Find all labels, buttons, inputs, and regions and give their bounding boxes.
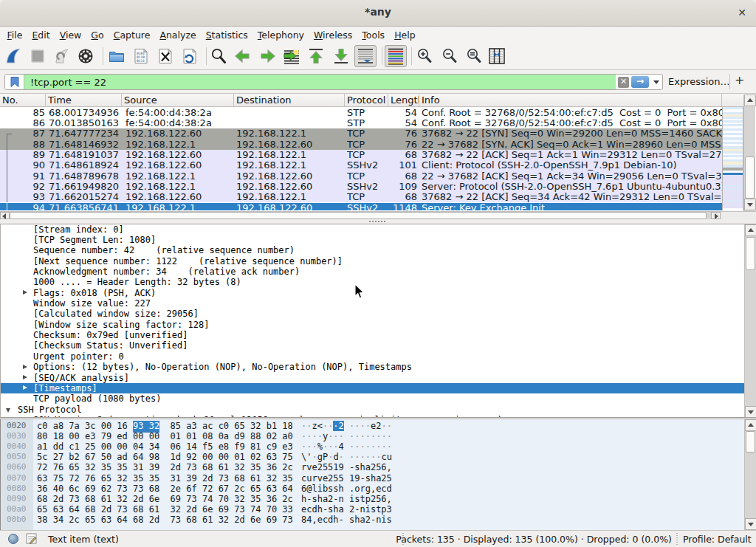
expand-icon[interactable] <box>23 290 27 295</box>
restart-capture-button[interactable] <box>53 47 71 65</box>
scroll-down-button[interactable] <box>745 406 756 418</box>
filter-bookmark-button[interactable] <box>5 75 24 89</box>
expand-icon[interactable] <box>23 385 27 390</box>
hex-bytes[interactable]: 68 2d 73 68 61 32 2d 6e 69 73 74 70 32 3… <box>37 494 293 504</box>
expand-icon[interactable] <box>23 417 27 418</box>
go-back-button[interactable] <box>234 47 252 65</box>
zoom-normal-button[interactable] <box>465 47 483 65</box>
capture-options-button[interactable] <box>77 47 94 65</box>
detail-line[interactable]: [Next sequence number: 1122 (relative se… <box>1 256 745 266</box>
filter-dropdown-caret[interactable] <box>653 80 659 84</box>
find-packet-button[interactable] <box>210 47 227 65</box>
detail-line[interactable]: Acknowledgment number: 34 (relative ack … <box>1 266 745 277</box>
hex-row-0020[interactable]: 0020c0 a8 7a 3c 00 16 93 32 85 a3 ac c0 … <box>1 421 745 431</box>
packet-row-91[interactable]: 9171.648789678192.168.122.1192.168.122.6… <box>0 171 722 182</box>
menu-telephony[interactable]: Telephony <box>252 28 309 42</box>
packet-row-85[interactable]: 8568.001734936fe:54:00:d4:38:2aSTP54Conf… <box>0 108 722 118</box>
expand-icon[interactable] <box>23 375 27 379</box>
go-last-button[interactable] <box>332 47 350 65</box>
scroll-left-button[interactable] <box>0 212 10 219</box>
packet-list-vscrollbar[interactable] <box>743 94 755 211</box>
display-filter-field[interactable]: !tcp.port == 22 ✕ → <box>4 74 663 90</box>
hex-bytes[interactable]: 80 18 00 e3 79 ed 00 00 01 01 08 0a d9 8… <box>37 431 293 441</box>
hex-row-0030[interactable]: 003080 18 00 e3 79 ed 00 00 01 01 08 0a … <box>1 431 745 441</box>
hex-bytes[interactable]: 36 40 6c 69 62 73 73 68 2e 6f 72 67 2c 6… <box>37 484 293 494</box>
filter-clear-button[interactable]: ✕ <box>618 77 629 88</box>
scroll-up-icon[interactable] <box>748 423 754 427</box>
hex-vscroll-thumb[interactable] <box>746 431 755 453</box>
hex-bytes[interactable]: 63 75 72 76 65 32 35 35 31 39 2d 73 68 6… <box>37 473 293 484</box>
menu-file[interactable]: File <box>2 28 27 42</box>
packet-list-hscrollbar[interactable] <box>0 211 721 219</box>
save-file-button[interactable]: 010101100111 <box>132 47 150 65</box>
scroll-down-button[interactable] <box>745 518 756 530</box>
packet-row-94[interactable]: 9471.663856741192.168.122.1192.168.122.6… <box>0 203 722 211</box>
open-file-button[interactable] <box>108 47 126 65</box>
scroll-up-button[interactable] <box>744 94 756 106</box>
hex-ascii[interactable]: ecdh-sha 2-nistp3 <box>301 504 392 515</box>
title-bar[interactable]: *any ✕ <box>0 0 756 27</box>
scroll-down-icon[interactable] <box>748 410 754 414</box>
column-header-proto[interactable]: Protocol <box>345 94 388 107</box>
hex-row-0040[interactable]: 0040a1 dd c1 25 00 00 04 34 06 14 f5 e8 … <box>1 441 745 452</box>
hex-ascii[interactable]: ····y··· ········ <box>301 431 392 441</box>
filter-apply-button[interactable]: → <box>631 76 649 88</box>
start-capture-button[interactable] <box>4 47 22 65</box>
go-first-button[interactable] <box>307 47 325 65</box>
hex-ascii[interactable]: ···%···4 ········ <box>301 441 392 452</box>
hex-vscrollbar[interactable] <box>744 419 756 530</box>
column-header-src[interactable]: Source <box>122 94 234 107</box>
scroll-right-button[interactable] <box>711 212 721 219</box>
scroll-down-icon[interactable] <box>748 523 754 526</box>
capture-comment-icon[interactable] <box>26 533 37 544</box>
scroll-right-icon[interactable] <box>715 213 718 219</box>
menu-capture[interactable]: Capture <box>109 28 155 42</box>
display-filter-input[interactable]: !tcp.port == 22 <box>24 75 616 89</box>
hex-row-0070[interactable]: 007063 75 72 76 65 32 35 35 31 39 2d 73 … <box>1 473 745 484</box>
expert-info-icon[interactable] <box>8 534 18 544</box>
hex-bytes[interactable]: a1 dd c1 25 00 00 04 34 06 14 f5 e8 f9 8… <box>37 441 293 452</box>
detail-line[interactable]: [Stream index: 0] <box>1 224 745 235</box>
hex-row-00b0[interactable]: 00b038 34 2c 65 63 64 68 2d 73 68 61 32 … <box>1 515 745 525</box>
packet-row-89[interactable]: 8971.648191037192.168.122.60192.168.122.… <box>0 150 722 160</box>
hex-bytes[interactable]: c0 a8 7a 3c 00 16 93 32 85 a3 ac c0 65 3… <box>37 421 293 431</box>
menu-statistics[interactable]: Statistics <box>201 28 252 42</box>
packet-list-header[interactable]: No.TimeSourceDestinationProtocolLengthIn… <box>0 94 743 107</box>
scroll-left-icon[interactable] <box>2 213 6 219</box>
hex-bytes[interactable]: 5c 27 b2 67 50 ad 64 98 1d 92 00 00 01 0… <box>37 452 293 462</box>
zoom-out-button[interactable] <box>441 47 458 65</box>
expand-icon[interactable] <box>23 365 27 369</box>
details-vscroll-thumb[interactable] <box>746 237 755 270</box>
column-header-dst[interactable]: Destination <box>234 94 345 107</box>
hex-ascii[interactable]: 84,ecdh- sha2-nis <box>301 515 392 525</box>
detail-line[interactable]: [SEQ/ACK analysis] <box>1 373 745 383</box>
hex-row-0080[interactable]: 008036 40 6c 69 62 73 73 68 2e 6f 72 67 … <box>1 484 745 494</box>
hex-bytes[interactable]: 65 63 64 68 2d 73 68 61 32 2d 6e 69 73 7… <box>37 504 293 515</box>
hex-ascii[interactable]: \'·gP·d· ······cu <box>301 452 392 462</box>
close-file-button[interactable] <box>157 47 174 65</box>
packet-row-88[interactable]: 8871.648146932192.168.122.1192.168.122.6… <box>0 140 722 150</box>
expression-button[interactable]: Expression… <box>668 76 730 87</box>
column-header-time[interactable]: Time <box>46 94 122 107</box>
packet-row-86[interactable]: 8670.013850163fe:54:00:d4:38:2aSTP54Conf… <box>0 118 722 128</box>
hex-ascii[interactable]: rve25519 -sha256, <box>301 462 392 472</box>
scroll-down-icon[interactable] <box>747 203 753 207</box>
column-header-no[interactable]: No. <box>0 94 46 107</box>
packet-row-93[interactable]: 9371.662015274192.168.122.60192.168.122.… <box>0 192 722 202</box>
hex-ascii[interactable]: 6@libssh .org,ecd <box>301 484 392 494</box>
menu-tools[interactable]: Tools <box>357 28 390 42</box>
detail-line[interactable]: Sequence number: 42 (relative sequence n… <box>1 245 745 255</box>
menu-edit[interactable]: Edit <box>27 28 55 42</box>
detail-line[interactable]: [Calculated window size: 29056] <box>1 309 745 319</box>
go-forward-button[interactable] <box>258 47 276 65</box>
hex-row-0060[interactable]: 006072 76 65 32 35 35 31 39 2d 73 68 61 … <box>1 462 745 472</box>
hex-ascii[interactable]: curve255 19-sha25 <box>301 473 392 484</box>
packet-list-vscroll-thumb[interactable] <box>745 156 755 199</box>
column-header-len[interactable]: Length <box>388 94 419 107</box>
menu-view[interactable]: View <box>55 28 86 42</box>
column-header-info[interactable]: Info <box>419 94 722 107</box>
go-to-packet-button[interactable] <box>283 47 300 65</box>
stop-capture-button[interactable] <box>29 47 47 65</box>
resize-columns-button[interactable] <box>488 47 506 65</box>
detail-line[interactable]: [Timestamps] <box>1 383 745 393</box>
